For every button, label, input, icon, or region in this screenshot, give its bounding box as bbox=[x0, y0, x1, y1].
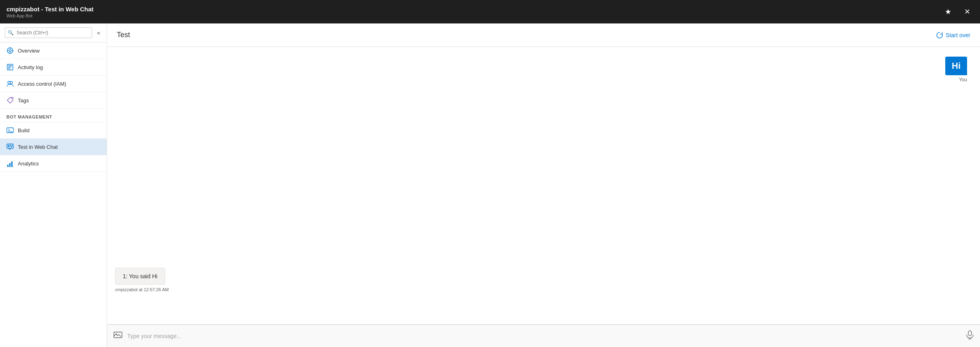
svg-rect-23 bbox=[11, 161, 13, 166]
sidebar-item-tags-label: Tags bbox=[18, 97, 29, 104]
microphone-icon bbox=[966, 330, 974, 339]
content-area: Test Start over Hi You 1: You said Hi cm… bbox=[107, 23, 980, 347]
svg-rect-7 bbox=[8, 66, 12, 66]
sidebar-item-access-control[interactable]: Access control (IAM) bbox=[0, 76, 107, 92]
svg-rect-8 bbox=[8, 67, 11, 68]
chat-title: Test bbox=[117, 31, 130, 39]
svg-rect-17 bbox=[10, 145, 11, 146]
svg-point-10 bbox=[8, 81, 10, 84]
svg-rect-15 bbox=[7, 144, 13, 148]
title-bar-title: cmpizzabot - Test in Web Chat bbox=[6, 6, 93, 13]
svg-point-1 bbox=[9, 50, 11, 52]
activity-log-icon bbox=[6, 63, 14, 71]
svg-rect-19 bbox=[8, 146, 10, 147]
sidebar-item-overview[interactable]: Overview bbox=[0, 42, 107, 59]
sidebar-item-build-label: Build bbox=[18, 127, 29, 133]
start-over-button[interactable]: Start over bbox=[936, 32, 970, 39]
start-over-label: Start over bbox=[946, 32, 970, 38]
microphone-button[interactable] bbox=[966, 330, 974, 341]
sidebar-item-test-webchat-label: Test in Web Chat bbox=[18, 144, 58, 150]
sidebar-item-activity-log-label: Activity log bbox=[18, 64, 43, 70]
build-icon bbox=[6, 127, 14, 134]
search-icon: 🔍 bbox=[8, 30, 14, 36]
sidebar-item-tags[interactable]: Tags bbox=[0, 92, 107, 109]
sidebar-item-build[interactable]: Build bbox=[0, 122, 107, 139]
chat-header: Test Start over bbox=[107, 23, 980, 47]
sidebar-item-analytics-label: Analytics bbox=[18, 161, 39, 167]
title-bar-subtitle: Web App Bot bbox=[6, 13, 93, 18]
svg-rect-16 bbox=[8, 145, 9, 146]
svg-point-12 bbox=[11, 98, 12, 99]
title-bar-actions: ★ ✕ bbox=[942, 6, 974, 18]
svg-rect-9 bbox=[8, 68, 10, 69]
sidebar-search-bar: 🔍 « bbox=[0, 23, 107, 42]
sidebar-item-analytics[interactable]: Analytics bbox=[0, 155, 107, 172]
bot-management-label: BOT MANAGEMENT bbox=[0, 109, 107, 122]
title-bar: cmpizzabot - Test in Web Chat Web App Bo… bbox=[0, 0, 980, 23]
svg-rect-22 bbox=[9, 163, 11, 166]
chat-messages: Hi You 1: You said Hi cmpizzabot at 12:5… bbox=[107, 47, 980, 324]
analytics-icon bbox=[6, 160, 14, 167]
svg-point-11 bbox=[10, 81, 13, 84]
tags-icon bbox=[6, 97, 14, 104]
sidebar: 🔍 « Overview bbox=[0, 23, 107, 347]
svg-rect-18 bbox=[12, 145, 13, 146]
user-bubble-container: Hi You bbox=[945, 57, 967, 83]
user-label: You bbox=[959, 77, 967, 83]
pin-button[interactable]: ★ bbox=[942, 6, 955, 18]
message-input[interactable] bbox=[127, 333, 961, 339]
search-wrapper: 🔍 bbox=[5, 28, 92, 38]
svg-rect-21 bbox=[7, 165, 8, 166]
svg-rect-20 bbox=[11, 146, 13, 147]
collapse-button[interactable]: « bbox=[95, 29, 102, 37]
access-control-icon bbox=[6, 80, 14, 87]
sidebar-item-access-control-label: Access control (IAM) bbox=[18, 81, 66, 87]
close-button[interactable]: ✕ bbox=[961, 6, 974, 18]
overview-icon bbox=[6, 47, 14, 54]
svg-point-26 bbox=[116, 334, 117, 335]
test-webchat-icon bbox=[6, 143, 14, 150]
sidebar-item-activity-log[interactable]: Activity log bbox=[0, 59, 107, 76]
sidebar-item-overview-label: Overview bbox=[18, 48, 40, 54]
svg-rect-27 bbox=[968, 331, 972, 336]
sidebar-nav: Overview Activity log bbox=[0, 42, 107, 347]
search-input[interactable] bbox=[5, 28, 92, 38]
sidebar-item-test-in-web-chat[interactable]: Test in Web Chat bbox=[0, 139, 107, 155]
image-attach-icon[interactable] bbox=[114, 330, 122, 341]
main-layout: 🔍 « Overview bbox=[0, 23, 980, 347]
user-bubble: Hi bbox=[945, 57, 967, 75]
bot-message-timestamp: cmpizzabot at 12:57:26 AM bbox=[115, 287, 972, 292]
start-over-icon bbox=[936, 32, 943, 39]
title-bar-left: cmpizzabot - Test in Web Chat Web App Bo… bbox=[6, 6, 93, 18]
bot-message-container: 1: You said Hi cmpizzabot at 12:57:26 AM bbox=[115, 268, 972, 292]
bot-message-bubble: 1: You said Hi bbox=[115, 268, 165, 285]
chat-input-bar bbox=[107, 324, 980, 347]
